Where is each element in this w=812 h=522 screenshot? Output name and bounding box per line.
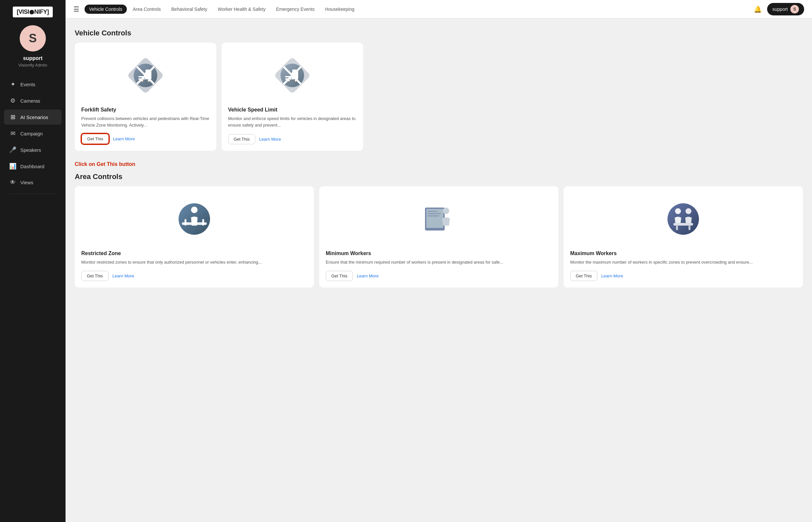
sidebar-label-speakers: Speakers (20, 147, 41, 153)
restricted-zone-learn-more-button[interactable]: Learn More (112, 274, 134, 278)
area-controls-grid: Restricted Zone Monitor restricted zones… (75, 186, 803, 287)
svg-rect-43 (688, 226, 690, 230)
vehicle-speed-get-this-button[interactable]: Get This (228, 134, 255, 144)
tab-housekeeping[interactable]: Housekeeping (320, 5, 359, 14)
restricted-zone-get-this-button[interactable]: Get This (81, 271, 108, 281)
svg-rect-42 (676, 226, 678, 230)
tab-behavioral-safety[interactable]: Behavioral Safety (167, 5, 212, 14)
sidebar-label-dashboard: Dashboard (20, 164, 44, 169)
area-controls-title: Area Controls (75, 173, 803, 181)
maximum-workers-actions: Get This Learn More (570, 271, 796, 281)
svg-rect-41 (673, 223, 693, 226)
forklift-get-this-button[interactable]: Get This (81, 134, 109, 144)
minimum-workers-learn-more-button[interactable]: Learn More (357, 274, 378, 278)
tab-area-controls[interactable]: Area Controls (128, 5, 165, 14)
maximum-workers-icon (664, 199, 703, 239)
forklift-learn-more-button[interactable]: Learn More (113, 136, 135, 141)
restricted-zone-icon (175, 199, 214, 239)
user-role: Visionify Admin (18, 63, 47, 67)
forklift-safety-icon (126, 56, 165, 95)
sidebar-item-ai-scenarios[interactable]: ⊞ AI Scenarios (4, 109, 62, 125)
click-hint: Click on Get This button (75, 161, 803, 167)
card-restricted-zone: Restricted Zone Monitor restricted zones… (75, 186, 314, 287)
sidebar-item-dashboard[interactable]: 📊 Dashboard (4, 159, 62, 174)
sidebar-item-events[interactable]: ✦ Events (4, 77, 62, 92)
maximum-workers-title: Maximum Workers (570, 250, 796, 256)
sidebar-label-events: Events (20, 82, 35, 87)
speakers-icon: 🎤 (9, 146, 16, 154)
maximum-workers-desc: Monitor the maximum number of workers in… (570, 259, 796, 266)
svg-point-34 (443, 207, 449, 214)
forklift-safety-actions: Get This Learn More (81, 134, 210, 144)
header: ☰ Vehicle Controls Area Controls Behavio… (65, 0, 812, 18)
sidebar-label-campaign: Campaign (20, 131, 43, 136)
vehicle-speed-title: Vehicle Speed Limit (228, 107, 356, 113)
vehicle-speed-learn-more-button[interactable]: Learn More (259, 137, 281, 142)
sidebar-label-views: Views (20, 180, 34, 185)
minimum-workers-icon (419, 199, 458, 239)
nav-divider (9, 194, 56, 194)
restricted-zone-title: Restricted Zone (81, 250, 307, 256)
views-icon: 👁 (9, 179, 16, 186)
svg-rect-31 (202, 219, 204, 226)
menu-button[interactable]: ☰ (74, 5, 79, 13)
maximum-workers-learn-more-button[interactable]: Learn More (601, 274, 623, 278)
sidebar-label-ai-scenarios: AI Scenarios (20, 115, 48, 120)
minimum-workers-actions: Get This Learn More (326, 271, 552, 281)
maximum-workers-get-this-button[interactable]: Get This (570, 271, 597, 281)
vehicle-speed-desc: Monitor and enforce speed limits for veh… (228, 116, 356, 129)
tab-emergency-events[interactable]: Emergency Events (272, 5, 319, 14)
tab-worker-health-safety[interactable]: Worker Health & Safety (213, 5, 270, 14)
header-left: ☰ Vehicle Controls Area Controls Behavio… (74, 5, 359, 14)
card-vehicle-speed-limit: Vehicle Speed Limit Monitor and enforce … (222, 43, 363, 151)
svg-rect-37 (428, 216, 439, 216)
sidebar: [VISINIFY] S support Visionify Admin ✦ E… (0, 0, 65, 522)
sidebar-item-speakers[interactable]: 🎤 Speakers (4, 142, 62, 157)
dashboard-icon: 📊 (9, 163, 16, 170)
sidebar-item-cameras[interactable]: ⚙ Cameras (4, 93, 62, 108)
vehicle-controls-grid: Forklift Safety Prevent collisions betwe… (75, 43, 363, 151)
username: support (23, 55, 43, 61)
svg-point-39 (675, 208, 681, 214)
minimum-workers-title: Minimum Workers (326, 250, 552, 256)
sidebar-item-campaign[interactable]: ✉ Campaign (4, 126, 62, 141)
minimum-workers-desc: Ensure that the minimum required number … (326, 259, 552, 266)
svg-rect-35 (428, 211, 437, 212)
avatar: S (20, 25, 46, 52)
vehicle-speed-image (228, 49, 356, 102)
restricted-zone-image (81, 193, 307, 245)
vehicle-controls-title: Vehicle Controls (75, 29, 803, 37)
notification-bell-icon[interactable]: 🔔 (754, 5, 762, 13)
user-badge-avatar: S (790, 5, 799, 14)
forklift-safety-desc: Prevent collisions between vehicles and … (81, 116, 210, 128)
sidebar-nav: ✦ Events ⚙ Cameras ⊞ AI Scenarios ✉ Camp… (0, 77, 65, 198)
forklift-safety-image (81, 49, 210, 102)
sidebar-item-views[interactable]: 👁 Views (4, 175, 62, 190)
user-badge[interactable]: support S (767, 3, 804, 15)
content-area: Vehicle Controls (65, 18, 812, 522)
vehicle-speed-icon (273, 56, 312, 95)
svg-rect-29 (185, 219, 186, 226)
card-maximum-workers: Maximum Workers Monitor the maximum numb… (564, 186, 803, 287)
restricted-zone-desc: Monitor restricted zones to ensure that … (81, 259, 307, 266)
minimum-workers-get-this-button[interactable]: Get This (326, 271, 353, 281)
vehicle-speed-actions: Get This Learn More (228, 134, 356, 144)
svg-point-40 (686, 208, 691, 214)
main-area: ☰ Vehicle Controls Area Controls Behavio… (65, 0, 812, 522)
minimum-workers-image (326, 193, 552, 245)
maximum-workers-image (570, 193, 796, 245)
restricted-zone-actions: Get This Learn More (81, 271, 307, 281)
logo: [VISINIFY] (13, 6, 53, 17)
forklift-safety-title: Forklift Safety (81, 107, 210, 113)
campaign-icon: ✉ (9, 130, 16, 137)
cameras-icon: ⚙ (9, 97, 16, 104)
card-minimum-workers: Minimum Workers Ensure that the minimum … (319, 186, 558, 287)
user-badge-name: support (772, 6, 788, 12)
svg-point-27 (191, 206, 197, 213)
svg-rect-36 (428, 213, 441, 214)
tab-vehicle-controls[interactable]: Vehicle Controls (85, 5, 127, 14)
svg-point-38 (667, 203, 699, 235)
header-tabs: Vehicle Controls Area Controls Behaviora… (85, 5, 359, 14)
card-forklift-safety: Forklift Safety Prevent collisions betwe… (75, 43, 216, 151)
header-right: 🔔 support S (754, 3, 804, 15)
